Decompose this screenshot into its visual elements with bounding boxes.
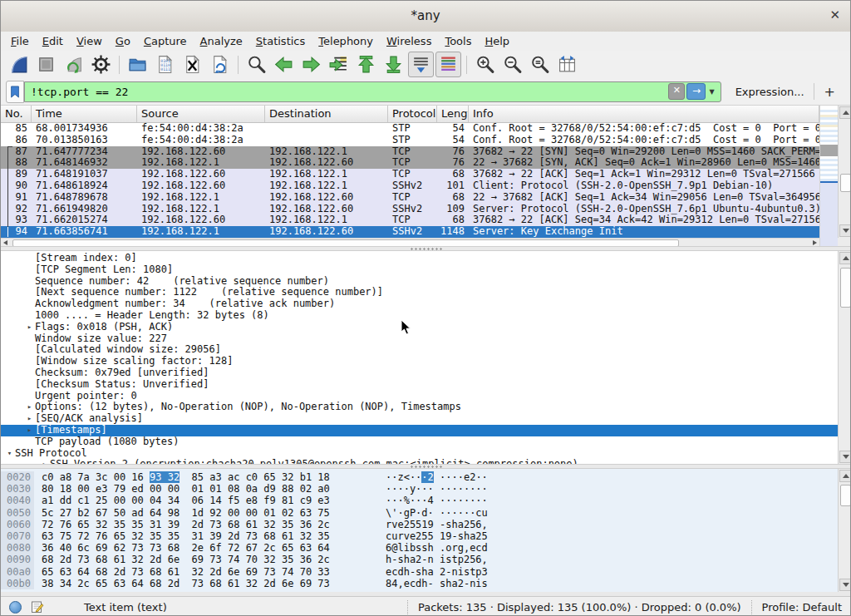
open-file-icon[interactable] bbox=[125, 52, 150, 77]
display-filter-input[interactable] bbox=[25, 86, 668, 98]
expand-arrow-icon[interactable]: ▸ bbox=[24, 425, 35, 436]
packet-row-87[interactable]: 8771.647777234192.168.122.60192.168.122.… bbox=[1, 146, 819, 158]
packet-row-85[interactable]: 8568.001734936fe:54:00:d4:38:2aSTP54Conf… bbox=[1, 123, 819, 135]
close-file-icon[interactable] bbox=[180, 52, 205, 77]
hex-row-0080[interactable]: 008036 40 6c 69 62 73 73 68 2e 6f 72 67 … bbox=[1, 542, 838, 554]
packet-row-89[interactable]: 8971.648191037192.168.122.60192.168.122.… bbox=[1, 169, 819, 180]
packet-row-93[interactable]: 9371.662015274192.168.122.60192.168.122.… bbox=[1, 214, 819, 226]
detail-line[interactable]: ▸Flags: 0x018 (PSH, ACK) bbox=[1, 322, 838, 333]
capture-options-icon[interactable] bbox=[88, 52, 114, 77]
column-header-destination[interactable]: Destination bbox=[265, 106, 388, 122]
hex-row-0030[interactable]: 003080 18 00 e3 79 ed 00 00 01 01 08 0a … bbox=[1, 483, 838, 495]
filter-history-dropdown[interactable]: ▼ bbox=[706, 88, 717, 96]
column-header-length[interactable]: Length bbox=[437, 106, 469, 122]
hex-row-0060[interactable]: 006072 76 65 32 35 35 31 39 2d 73 68 61 … bbox=[1, 519, 838, 530]
expand-arrow-icon[interactable]: ▾ bbox=[4, 448, 15, 460]
column-header-time[interactable]: Time bbox=[32, 106, 137, 122]
expand-arrow-icon[interactable]: ▸ bbox=[24, 322, 35, 333]
menu-help[interactable]: Help bbox=[478, 33, 516, 49]
packet-row-92[interactable]: 9271.661949820192.168.122.1192.168.122.6… bbox=[1, 204, 819, 215]
menu-analyze[interactable]: Analyze bbox=[194, 33, 249, 49]
expand-arrow-icon[interactable]: ▸ bbox=[24, 413, 35, 425]
menu-go[interactable]: Go bbox=[109, 33, 137, 49]
detail-line[interactable]: TCP payload (1080 bytes) bbox=[1, 436, 838, 448]
find-packet-icon[interactable] bbox=[243, 52, 269, 77]
close-window-button[interactable]: ✕ bbox=[829, 7, 840, 22]
details-vscroll-thumb[interactable] bbox=[840, 268, 851, 308]
menu-file[interactable]: File bbox=[4, 33, 36, 49]
expert-info-icon[interactable] bbox=[9, 601, 22, 614]
packet-row-94[interactable]: 9471.663856741192.168.122.1192.168.122.6… bbox=[1, 226, 819, 238]
hex-row-00a0[interactable]: 00a065 63 64 68 2d 73 68 61 32 2d 6e 69 … bbox=[1, 566, 838, 578]
stop-capture-icon[interactable] bbox=[33, 52, 59, 77]
intelligent-scrollbar-minimap[interactable] bbox=[819, 106, 838, 246]
bytes-vscroll-up-arrow[interactable] bbox=[839, 470, 851, 482]
hex-row-0050[interactable]: 00505c 27 b2 67 50 ad 64 98 1d 92 00 00 … bbox=[1, 507, 838, 519]
bytes-vscroll-down-arrow[interactable] bbox=[839, 579, 851, 591]
expression-button[interactable]: Expression... bbox=[726, 86, 814, 98]
go-to-packet-icon[interactable] bbox=[326, 52, 352, 77]
details-vscrollbar[interactable] bbox=[838, 251, 851, 464]
detail-line[interactable]: Acknowledgment number: 34 (relative ack … bbox=[1, 298, 838, 310]
detail-line[interactable]: [Stream index: 0] bbox=[1, 253, 838, 264]
detail-line[interactable]: Checksum: 0x79ed [unverified] bbox=[1, 367, 838, 379]
colorize-icon[interactable] bbox=[435, 52, 461, 77]
detail-line[interactable]: Window size value: 227 bbox=[1, 333, 838, 345]
first-packet-icon[interactable] bbox=[353, 52, 379, 77]
filter-clear-button[interactable]: ✕ bbox=[668, 83, 685, 100]
menu-telephony[interactable]: Telephony bbox=[312, 33, 380, 49]
detail-line[interactable]: [Calculated window size: 29056] bbox=[1, 344, 838, 356]
previous-packet-icon[interactable] bbox=[271, 52, 297, 77]
auto-scroll-icon[interactable] bbox=[408, 52, 434, 77]
details-vscroll-down-arrow[interactable] bbox=[839, 451, 851, 463]
next-packet-icon[interactable] bbox=[298, 52, 324, 77]
zoom-in-icon[interactable] bbox=[472, 52, 498, 77]
column-header-source[interactable]: Source bbox=[137, 106, 265, 122]
resize-columns-icon[interactable] bbox=[554, 52, 580, 77]
detail-line[interactable]: ▸[SEQ/ACK analysis] bbox=[1, 413, 838, 425]
vscroll-thumb[interactable] bbox=[840, 174, 851, 192]
hscroll-left-arrow[interactable] bbox=[3, 240, 7, 245]
detail-line[interactable]: ▾SSH Protocol bbox=[1, 448, 838, 460]
detail-line[interactable]: [Window size scaling factor: 128] bbox=[1, 356, 838, 367]
column-header-protocol[interactable]: Protocol bbox=[388, 106, 437, 122]
packet-row-88[interactable]: 8871.648146932192.168.122.1192.168.122.6… bbox=[1, 157, 819, 169]
status-profile[interactable]: Profile: Default bbox=[752, 601, 850, 614]
detail-line[interactable]: [TCP Segment Len: 1080] bbox=[1, 264, 838, 276]
add-filter-button[interactable]: + bbox=[814, 84, 845, 100]
hex-row-00b0[interactable]: 00b038 34 2c 65 63 64 68 2d 73 68 61 32 … bbox=[1, 578, 838, 589]
hex-row-0070[interactable]: 007063 75 72 76 65 32 35 35 31 39 2d 73 … bbox=[1, 530, 838, 542]
detail-line[interactable]: Sequence number: 42 (relative sequence n… bbox=[1, 276, 838, 288]
vscroll-down-arrow[interactable] bbox=[839, 224, 851, 237]
packet-row-91[interactable]: 9171.648789678192.168.122.1192.168.122.6… bbox=[1, 192, 819, 204]
bytes-vscroll-thumb[interactable] bbox=[840, 485, 851, 506]
reload-file-icon[interactable] bbox=[207, 52, 233, 77]
detail-line[interactable]: ▸Options: (12 bytes), No-Operation (NOP)… bbox=[1, 402, 838, 413]
menu-tools[interactable]: Tools bbox=[438, 33, 478, 49]
detail-line[interactable]: Urgent pointer: 0 bbox=[1, 391, 838, 402]
display-filter-field[interactable]: ✕ → ▼ bbox=[24, 81, 721, 102]
packet-list-hscrollbar[interactable] bbox=[1, 238, 819, 246]
hex-row-0020[interactable]: 0020c0 a8 7a 3c 00 16 93 32 85 a3 ac c0 … bbox=[1, 471, 838, 483]
filter-apply-button[interactable]: → bbox=[686, 83, 706, 100]
title-bar[interactable]: *any ✕ bbox=[1, 1, 850, 32]
menu-capture[interactable]: Capture bbox=[137, 33, 194, 49]
expand-arrow-icon[interactable]: ▸ bbox=[24, 402, 35, 413]
packet-row-90[interactable]: 9071.648618924192.168.122.60192.168.122.… bbox=[1, 180, 819, 192]
zoom-reset-icon[interactable] bbox=[527, 52, 553, 77]
bytes-vscrollbar[interactable] bbox=[838, 469, 851, 592]
hex-row-0090[interactable]: 009068 2d 73 68 61 32 2d 6e 69 73 74 70 … bbox=[1, 554, 838, 565]
save-file-icon[interactable]: 010101100111 bbox=[152, 52, 178, 77]
menu-view[interactable]: View bbox=[70, 33, 109, 49]
hex-row-0040[interactable]: 0040a1 dd c1 25 00 00 04 34 06 14 f5 e8 … bbox=[1, 495, 838, 506]
last-packet-icon[interactable] bbox=[381, 52, 406, 77]
detail-line[interactable]: [Checksum Status: Unverified] bbox=[1, 379, 838, 391]
detail-line[interactable]: [Next sequence number: 1122 (relative se… bbox=[1, 287, 838, 298]
hscroll-right-arrow[interactable] bbox=[813, 240, 817, 245]
details-vscroll-up-arrow[interactable] bbox=[839, 252, 851, 264]
filter-bookmark-button[interactable] bbox=[6, 81, 24, 103]
column-header-no[interactable]: No. bbox=[1, 106, 32, 122]
menu-wireless[interactable]: Wireless bbox=[380, 33, 438, 49]
packet-list-vscrollbar[interactable] bbox=[838, 106, 851, 238]
column-header-info[interactable]: Info bbox=[469, 106, 819, 122]
